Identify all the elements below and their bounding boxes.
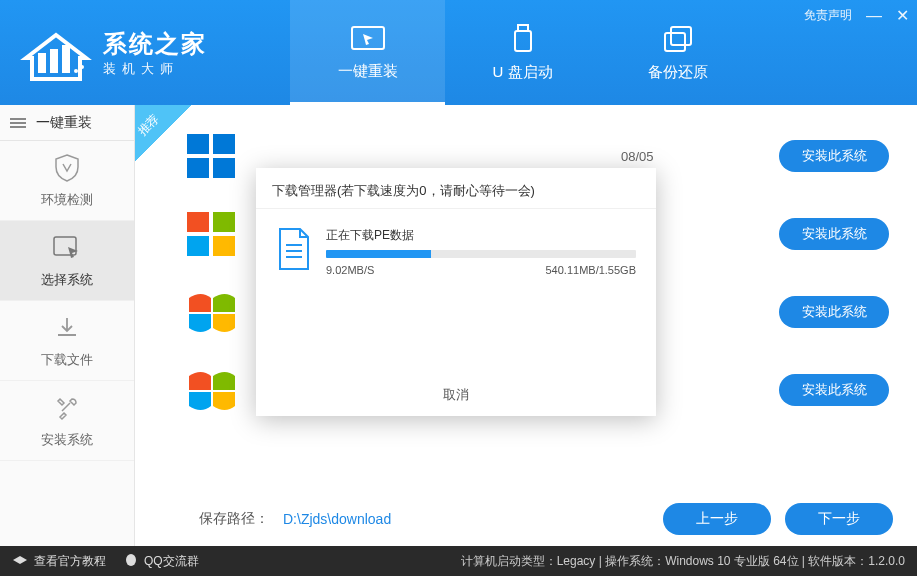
download-icon xyxy=(52,313,82,343)
svg-rect-21 xyxy=(213,236,235,256)
minimize-button[interactable]: — xyxy=(866,7,882,25)
shield-icon xyxy=(52,153,82,183)
qq-group-link[interactable]: QQ交流群 xyxy=(124,553,199,570)
cancel-button[interactable]: 取消 xyxy=(256,374,656,416)
select-icon xyxy=(52,233,82,263)
tab-label: 一键重装 xyxy=(338,62,398,81)
tab-reinstall[interactable]: 一键重装 xyxy=(290,0,445,105)
install-button[interactable]: 安装此系统 xyxy=(779,140,889,172)
sidebar-label: 环境检测 xyxy=(41,191,93,209)
install-button[interactable]: 安装此系统 xyxy=(779,218,889,250)
bottom-bar: 保存路径： D:\Zjds\download 上一步 下一步 xyxy=(135,492,917,546)
document-icon xyxy=(276,227,312,271)
download-size: 540.11MB/1.55GB xyxy=(545,264,636,276)
svg-rect-1 xyxy=(50,49,58,73)
tab-backup[interactable]: 备份还原 xyxy=(600,0,755,105)
svg-rect-9 xyxy=(665,33,685,51)
tab-label: U 盘启动 xyxy=(493,63,553,82)
sidebar-item-install[interactable]: 安装系统 xyxy=(0,381,134,461)
svg-rect-15 xyxy=(213,134,235,154)
sidebar-item-select[interactable]: 选择系统 xyxy=(0,221,134,301)
logo-icon xyxy=(18,23,93,83)
progress-fill xyxy=(326,250,431,258)
sidebar-label: 选择系统 xyxy=(41,271,93,289)
sidebar-header-label: 一键重装 xyxy=(36,114,92,132)
windows-color-icon xyxy=(183,206,239,262)
download-task-label: 正在下载PE数据 xyxy=(326,227,636,244)
logo-title: 系统之家 xyxy=(103,28,207,60)
progress-bar xyxy=(326,250,636,258)
install-button[interactable]: 安装此系统 xyxy=(779,374,889,406)
sidebar-label: 安装系统 xyxy=(41,431,93,449)
sidebar: 一键重装 环境检测 选择系统 下载文件 安装系统 xyxy=(0,105,135,546)
sidebar-header[interactable]: 一键重装 xyxy=(0,105,134,141)
windows7-icon xyxy=(183,284,239,340)
install-button[interactable]: 安装此系统 xyxy=(779,296,889,328)
usb-icon xyxy=(503,23,543,55)
sidebar-item-download[interactable]: 下载文件 xyxy=(0,301,134,381)
svg-point-3 xyxy=(74,69,78,73)
disclaimer-link[interactable]: 免责声明 xyxy=(804,7,852,24)
tutorial-link[interactable]: 查看官方教程 xyxy=(12,553,106,570)
svg-rect-20 xyxy=(187,236,209,256)
windows10-icon xyxy=(183,128,239,184)
prev-button[interactable]: 上一步 xyxy=(663,503,771,535)
tab-usb[interactable]: U 盘启动 xyxy=(445,0,600,105)
svg-rect-19 xyxy=(213,212,235,232)
download-modal: 下载管理器(若下载速度为0，请耐心等待一会) 正在下载PE数据 9.02MB/S… xyxy=(256,168,656,416)
footer-bar: 查看官方教程 QQ交流群 计算机启动类型：Legacy | 操作系统：Windo… xyxy=(0,546,917,576)
os-date: 08/05 xyxy=(621,149,761,164)
close-button[interactable]: ✕ xyxy=(896,6,909,25)
backup-icon xyxy=(658,23,698,55)
svg-rect-7 xyxy=(515,31,531,51)
tools-icon xyxy=(52,393,82,423)
svg-rect-17 xyxy=(213,158,235,178)
svg-rect-0 xyxy=(38,53,46,73)
header-bar: 系统之家 装机大师 一键重装 U 盘启动 备份还原 免责声明 — ✕ xyxy=(0,0,917,105)
windows7-icon xyxy=(183,362,239,418)
sidebar-label: 下载文件 xyxy=(41,351,93,369)
recommend-ribbon: 推荐 xyxy=(135,105,191,161)
cursor-icon xyxy=(348,22,388,54)
modal-title: 下载管理器(若下载速度为0，请耐心等待一会) xyxy=(256,168,656,209)
next-button[interactable]: 下一步 xyxy=(785,503,893,535)
sidebar-item-env[interactable]: 环境检测 xyxy=(0,141,134,221)
logo-subtitle: 装机大师 xyxy=(103,60,207,78)
svg-rect-16 xyxy=(187,158,209,178)
tab-label: 备份还原 xyxy=(648,63,708,82)
qq-icon xyxy=(124,554,138,568)
logo: 系统之家 装机大师 xyxy=(0,0,290,105)
svg-rect-2 xyxy=(62,45,70,73)
svg-rect-8 xyxy=(671,27,691,45)
graduation-icon xyxy=(12,555,28,567)
save-path-label: 保存路径： xyxy=(199,510,269,528)
svg-rect-18 xyxy=(187,212,209,232)
footer-status: 计算机启动类型：Legacy | 操作系统：Windows 10 专业版 64位… xyxy=(461,553,905,570)
save-path[interactable]: D:\Zjds\download xyxy=(283,511,391,527)
svg-point-4 xyxy=(80,65,84,69)
svg-point-22 xyxy=(126,554,136,566)
download-speed: 9.02MB/S xyxy=(326,264,374,276)
menu-icon xyxy=(10,117,26,129)
